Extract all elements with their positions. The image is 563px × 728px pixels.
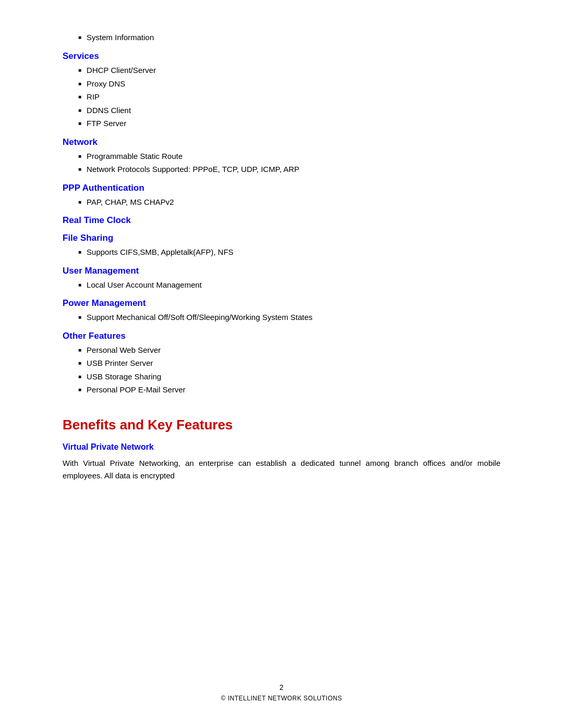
list-item: Network Protocols Supported: PPPoE, TCP,…	[78, 164, 500, 176]
top-bullet-text: System Information	[87, 31, 154, 44]
vpn-heading: Virtual Private Network	[63, 442, 500, 452]
page-number: 2	[0, 683, 563, 692]
list-item: Support Mechanical Off/Soft Off/Sleeping…	[78, 312, 500, 324]
list-item: PAP, CHAP, MS CHAPv2	[78, 196, 500, 208]
list-item: DHCP Client/Server	[78, 65, 500, 77]
top-bullet-list: System Information	[78, 31, 500, 44]
list-item: USB Storage Sharing	[78, 371, 500, 383]
other-features-heading: Other Features	[63, 331, 500, 341]
list-item: Proxy DNS	[78, 78, 500, 90]
benefits-heading: Benefits and Key Features	[63, 417, 500, 433]
power-management-section: Power Management Support Mechanical Off/…	[63, 298, 500, 324]
footer-brand: © INTELLINET NETWORK SOLUTIONS	[0, 695, 563, 702]
top-bullet-item: System Information	[78, 31, 500, 44]
user-management-section: User Management Local User Account Manag…	[63, 266, 500, 291]
user-management-heading: User Management	[63, 266, 500, 276]
list-item: Personal POP E-Mail Server	[78, 384, 500, 396]
rtc-heading: Real Time Clock	[63, 215, 500, 226]
list-item: Local User Account Management	[78, 279, 500, 291]
benefits-section: Benefits and Key Features Virtual Privat…	[63, 417, 500, 482]
vpn-body-text: With Virtual Private Networking, an ente…	[63, 457, 500, 482]
rtc-section: Real Time Clock	[63, 215, 500, 226]
network-section: Network Programmable Static Route Networ…	[63, 137, 500, 176]
network-list: Programmable Static Route Network Protoc…	[78, 151, 500, 176]
file-sharing-list: Supports CIFS,SMB, Appletalk(AFP), NFS	[78, 246, 500, 258]
list-item: Supports CIFS,SMB, Appletalk(AFP), NFS	[78, 246, 500, 258]
services-list: DHCP Client/Server Proxy DNS RIP DDNS Cl…	[78, 65, 500, 130]
list-item: DDNS Client	[78, 105, 500, 117]
power-management-heading: Power Management	[63, 298, 500, 309]
services-section: Services DHCP Client/Server Proxy DNS RI…	[63, 51, 500, 130]
list-item: Programmable Static Route	[78, 151, 500, 163]
list-item: USB Printer Server	[78, 357, 500, 369]
ppp-heading: PPP Authentication	[63, 183, 500, 193]
services-heading: Services	[63, 51, 500, 61]
other-features-section: Other Features Personal Web Server USB P…	[63, 331, 500, 396]
ppp-section: PPP Authentication PAP, CHAP, MS CHAPv2	[63, 183, 500, 208]
network-heading: Network	[63, 137, 500, 147]
page-footer: 2 © INTELLINET NETWORK SOLUTIONS	[0, 683, 563, 702]
ppp-list: PAP, CHAP, MS CHAPv2	[78, 196, 500, 208]
file-sharing-heading: File Sharing	[63, 233, 500, 243]
vpn-section: Virtual Private Network With Virtual Pri…	[63, 442, 500, 482]
list-item: Personal Web Server	[78, 344, 500, 356]
other-features-list: Personal Web Server USB Printer Server U…	[78, 344, 500, 396]
page-container: System Information Services DHCP Client/…	[0, 0, 563, 536]
list-item: FTP Server	[78, 118, 500, 130]
list-item: RIP	[78, 91, 500, 103]
file-sharing-section: File Sharing Supports CIFS,SMB, Appletal…	[63, 233, 500, 258]
power-management-list: Support Mechanical Off/Soft Off/Sleeping…	[78, 312, 500, 324]
user-management-list: Local User Account Management	[78, 279, 500, 291]
